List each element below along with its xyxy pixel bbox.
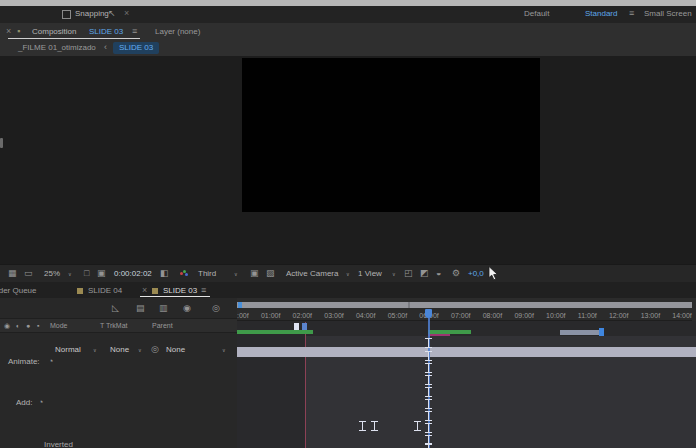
animate-menu-icon[interactable]: ◔ [48,357,53,366]
playhead-handle[interactable] [425,309,432,318]
workspace-menu-icon[interactable]: ≡ [629,9,634,18]
snapping-label: Snapping [75,10,109,18]
viewer-timecode[interactable]: 0:00:02:02 [114,270,152,278]
flowchart-icon[interactable]: ▦ [8,269,17,278]
keyframe-marker[interactable] [425,338,432,348]
tab-menu-icon[interactable]: ≡ [201,286,206,295]
tab-close-icon[interactable]: × [142,286,147,295]
breadcrumb-parent-comp[interactable]: _FILME 01_otimizado [18,44,96,52]
column-trkmat[interactable]: T TrkMat [100,322,127,329]
selected-layer-band[interactable] [237,347,696,357]
breadcrumb-separator-icon: ‹ [104,43,107,52]
timeline-navigator[interactable] [237,302,692,308]
breadcrumb-current-comp[interactable]: SLIDE 03 [113,42,159,54]
camera-chevron-icon[interactable]: ∨ [346,272,350,277]
resolution-value[interactable]: Third [198,270,216,278]
frame-blend-icon[interactable]: ▥ [159,304,168,313]
channels-icon[interactable] [180,270,189,278]
exposure-dial-icon[interactable]: ◒ [436,269,441,278]
blend-mode-chevron-icon[interactable]: ∨ [93,348,97,353]
add-menu-icon[interactable]: ◔ [38,398,43,407]
blend-mode-value[interactable]: Normal [55,346,81,354]
solo-icon[interactable]: ● [26,322,30,329]
keyframe-marker[interactable] [425,375,432,385]
pixel-aspect-icon[interactable]: ◰ [404,269,413,278]
trkmat-icon[interactable]: ◎ [151,345,159,354]
ruler-label: 11:00f [578,312,597,319]
comp-color-swatch [152,288,158,294]
navigator-notch [408,302,410,308]
keyframe-marker[interactable] [425,423,432,433]
parent-value[interactable]: None [166,346,185,354]
layer-bar-green-left[interactable] [237,330,313,334]
parent-chevron-icon[interactable]: ∨ [222,348,226,353]
comp-panel-tabs: × ▪ Composition SLIDE 03 ≡ Layer (none) [0,23,696,40]
graph-editor-icon[interactable]: ◎ [212,304,220,313]
fast-preview-icon[interactable]: ◩ [420,269,429,278]
snap-cross-icon[interactable]: × [124,9,129,18]
gear-icon[interactable]: ⚙ [452,269,460,278]
composition-tab-name[interactable]: SLIDE 03 [89,28,123,36]
animate-label: Animate: [8,358,40,366]
snap-cursor-icon[interactable]: ↖ [108,9,116,18]
time-ruler[interactable]: :00f 01:00f 02:00f 03:00f 04:00f 05:00f … [237,310,692,321]
keyframe-marker[interactable] [425,387,432,397]
tab-slide-03[interactable]: SLIDE 03 [163,287,197,295]
keyframe-marker[interactable] [425,411,432,421]
layer-tab[interactable]: Layer (none) [155,28,200,36]
motion-blur-icon[interactable]: ◉ [183,304,191,313]
roi-icon[interactable]: □ [84,269,89,278]
eye-icon[interactable]: ◉ [4,322,10,329]
zoom-level[interactable]: 25% [44,270,60,278]
trkmat-chevron-icon[interactable]: ∨ [138,348,142,353]
active-tab-underline [8,38,140,39]
navigator-handle[interactable] [238,302,242,308]
ruler-label: 08:00f [483,312,502,319]
work-marker-line[interactable] [305,322,306,448]
ruler-label: 10:00f [546,312,565,319]
safe-margins-icon[interactable]: ▣ [97,269,106,278]
layer-bar-end-handle[interactable] [599,328,604,336]
panel-edge-handle[interactable] [0,138,3,148]
composition-screen[interactable] [242,58,540,212]
monitor-icon[interactable]: ▭ [24,269,33,278]
workspace-standard[interactable]: Standard [585,10,617,18]
comp-tab-menu-icon[interactable]: ≡ [132,27,137,36]
column-parent[interactable]: Parent [152,322,173,329]
view-layout-chevron-icon[interactable]: ∨ [392,272,396,277]
hide-shy-icon[interactable]: ▤ [136,304,145,313]
column-mode[interactable]: Mode [50,322,68,329]
camera-view-value[interactable]: Active Camera [286,270,338,278]
keyframe-marker[interactable] [425,351,432,361]
zoom-chevron-icon[interactable]: ∨ [68,272,72,277]
view-layout-value[interactable]: 1 View [358,270,382,278]
trkmat-value[interactable]: None [110,346,129,354]
keyframe-marker[interactable] [371,421,378,431]
audio-icon[interactable]: ◖ [15,322,19,329]
snapping-checkbox[interactable] [62,10,71,19]
lock-icon[interactable]: ▪ [37,322,39,329]
mini-flowchart-icon[interactable]: ◺ [112,304,119,313]
keyframe-handle-light[interactable] [294,323,299,330]
timeline-column-header: ◉ ◖ ● ▪ Mode T TrkMat Parent [0,318,237,333]
transparency-grid-icon[interactable]: ▨ [266,269,275,278]
snapshot-icon[interactable]: ◧ [160,269,169,278]
keyframe-marker[interactable] [425,443,432,448]
composition-tab-label[interactable]: Composition [32,28,76,36]
panel-close-icon[interactable]: × [6,27,11,36]
keyframe-marker[interactable] [425,363,432,373]
keyframe-marker[interactable] [359,421,366,431]
region-icon[interactable]: ▣ [250,269,259,278]
workspace-default[interactable]: Default [524,10,549,18]
resolution-chevron-icon[interactable]: ∨ [234,272,238,277]
keyframe-marker[interactable] [425,399,432,409]
exposure-value[interactable]: +0,0 [468,270,484,278]
tab-slide-04[interactable]: SLIDE 04 [88,287,122,295]
keyframe-handle-blue[interactable] [302,323,307,330]
layer-bar-gray[interactable] [560,330,601,335]
keyframe-marker[interactable] [414,421,421,431]
add-label: Add: [16,399,32,407]
tab-render-queue[interactable]: Render Queue [0,287,36,295]
workspace-small-screen[interactable]: Small Screen [644,10,692,18]
tool-options-bar: Snapping ↖ × Default Standard ≡ Small Sc… [0,6,696,24]
